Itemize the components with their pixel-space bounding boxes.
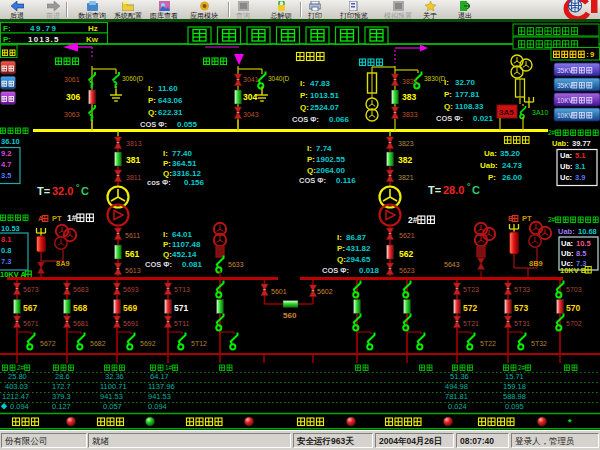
svg-text:COS Φ:: COS Φ: [140,120,167,129]
svg-text:3063: 3063 [64,111,80,118]
svg-text:8A9: 8A9 [56,259,70,268]
svg-text:3043: 3043 [243,111,259,118]
svg-text:I:: I: [307,144,312,153]
svg-text:I:: I: [300,79,305,88]
svg-text:P:: P: [163,159,171,168]
svg-text:cos Φ:: cos Φ: [147,178,171,187]
svg-text:P:: P: [444,90,452,99]
svg-text:8.5: 8.5 [576,249,586,258]
svg-text:10KV: 10KV [557,112,574,119]
svg-text:35.20: 35.20 [500,149,521,158]
svg-text:39.77: 39.77 [572,139,591,148]
svg-text:452.14: 452.14 [172,250,197,259]
svg-text:I:: I: [337,233,342,242]
svg-text:Q:: Q: [444,102,453,111]
svg-text:3040(D: 3040(D [268,75,290,83]
svg-text:10.68: 10.68 [578,227,597,236]
svg-text:5T32: 5T32 [531,340,547,347]
svg-text:573: 573 [514,303,528,313]
svg-text:5682: 5682 [90,340,106,347]
svg-text:24.73: 24.73 [502,161,523,170]
svg-text:Uab:: Uab: [558,227,575,236]
svg-text:Q:: Q: [148,108,157,117]
svg-text:Q:: Q: [163,169,172,178]
svg-text:568: 568 [73,303,87,313]
svg-text:36.10: 36.10 [1,137,20,146]
svg-text:560: 560 [283,311,297,320]
svg-text:403.03: 403.03 [5,382,28,391]
svg-text:570: 570 [566,303,580,313]
svg-text:28.0: 28.0 [443,184,464,196]
svg-text:COS Φ:: COS Φ: [299,176,326,185]
svg-text:5673: 5673 [23,286,39,293]
svg-text:0.081: 0.081 [182,260,203,269]
svg-text:294.65: 294.65 [346,255,371,264]
svg-text:P:: P: [300,91,308,100]
svg-text:567: 567 [23,303,37,313]
svg-text:572: 572 [463,303,477,313]
svg-text:32.0: 32.0 [52,185,73,197]
svg-text:941.53: 941.53 [148,392,171,401]
svg-text:562: 562 [399,249,413,259]
svg-text:1#: 1# [67,213,77,223]
svg-text:P:: P: [148,96,156,105]
svg-text:I:: I: [444,78,449,87]
svg-text:Q:: Q: [300,103,309,112]
svg-text:0.055: 0.055 [177,120,198,129]
svg-text:Hz: Hz [88,24,98,33]
svg-text:C: C [81,185,89,197]
svg-text:5693: 5693 [123,286,139,293]
svg-text:0.095: 0.095 [505,402,524,411]
svg-text:1100.71: 1100.71 [100,382,127,391]
svg-text:382: 382 [398,155,412,165]
svg-text:8.1: 8.1 [1,235,11,244]
svg-text:°: ° [467,181,471,191]
svg-text:5T13: 5T13 [174,286,190,293]
svg-text:3061: 3061 [64,76,80,83]
svg-text:47.83: 47.83 [310,79,331,88]
svg-text:381: 381 [126,155,140,165]
svg-text:5T12: 5T12 [191,340,207,347]
svg-text:9.2: 9.2 [1,149,11,158]
svg-text:5633: 5633 [228,261,244,268]
svg-text:77.40: 77.40 [172,149,193,158]
svg-text:0.021: 0.021 [473,114,494,123]
svg-text:1902.55: 1902.55 [316,155,345,164]
svg-text:588.98: 588.98 [503,392,526,401]
svg-text:8B9: 8B9 [529,259,543,268]
svg-text:1137.96: 1137.96 [148,382,175,391]
svg-text:10.5: 10.5 [576,239,591,248]
svg-text:2#: 2# [518,364,526,371]
svg-text:10.53: 10.53 [1,224,20,233]
svg-text:5T23: 5T23 [463,286,479,293]
svg-text:3813: 3813 [126,140,142,147]
svg-text:25.80: 25.80 [8,372,27,381]
svg-text:306: 306 [66,92,80,102]
svg-text:32.36: 32.36 [105,372,124,381]
svg-text:622.31: 622.31 [158,108,183,117]
svg-text:0.116: 0.116 [336,176,356,185]
svg-text:3A10: 3A10 [532,109,548,116]
svg-text:7.74: 7.74 [316,144,332,153]
svg-text:3A5: 3A5 [499,108,514,117]
svg-text:172.7: 172.7 [52,382,71,391]
svg-text:P:: P: [3,35,11,44]
svg-text:3830(D: 3830(D [424,75,446,83]
svg-text:35KV: 35KV [557,82,574,89]
svg-text:3.5: 3.5 [1,171,11,180]
svg-text:5T31: 5T31 [514,320,530,327]
svg-text:5691: 5691 [123,320,139,327]
svg-text:P:: P: [307,155,315,164]
svg-text:Ua:: Ua: [560,151,572,160]
svg-text:0.094: 0.094 [148,402,167,411]
svg-text:5621: 5621 [399,232,415,239]
svg-text:Q:: Q: [337,255,346,264]
svg-text:F:: F: [3,24,11,33]
svg-text:1108.33: 1108.33 [455,102,484,111]
svg-text:Q:: Q: [307,166,316,175]
svg-text:10KV: 10KV [557,97,574,104]
svg-text:561: 561 [125,249,139,259]
svg-text:781.81: 781.81 [445,392,468,401]
svg-text:5T22: 5T22 [480,340,496,347]
svg-text:0.156: 0.156 [184,178,205,187]
